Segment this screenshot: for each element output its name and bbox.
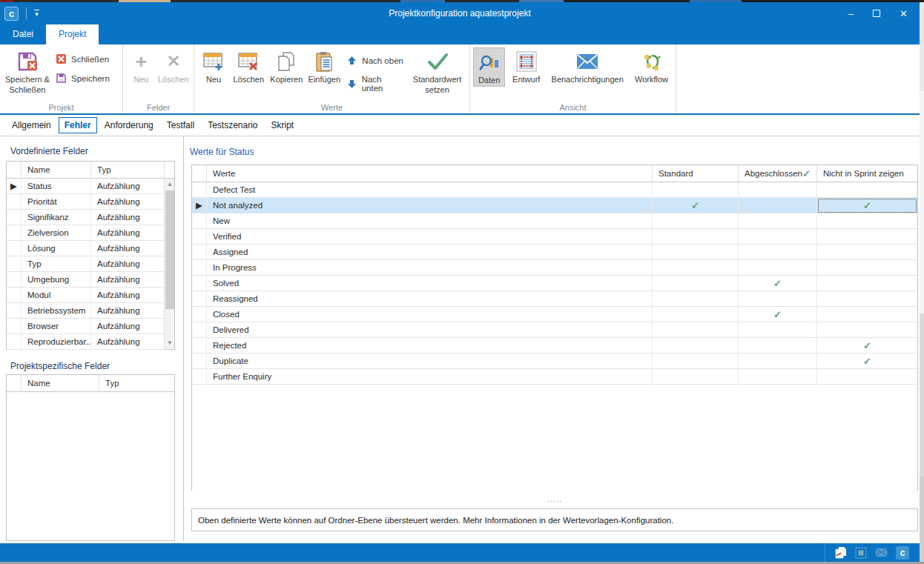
copy-report-icon[interactable]	[834, 546, 847, 559]
value-row[interactable]: Defect Test	[192, 182, 917, 198]
value-name-cell[interactable]: Closed	[207, 307, 653, 322]
field-name-cell[interactable]: Status	[22, 179, 91, 194]
row-indicator[interactable]	[7, 256, 22, 272]
value-name-cell[interactable]: New	[207, 213, 653, 229]
minimize-button[interactable]: –	[848, 9, 854, 19]
row-indicator[interactable]	[7, 210, 22, 225]
value-row[interactable]: ▶Not analyzed✓✓	[192, 198, 917, 213]
field-typ-cell[interactable]: Aufzählung	[91, 288, 165, 303]
mail-icon[interactable]	[875, 548, 888, 557]
standard-cell[interactable]	[653, 369, 739, 385]
close-button[interactable]: ✕	[900, 9, 908, 19]
field-row[interactable]: PrioritätAufzählung	[7, 194, 165, 210]
scroll-down-icon[interactable]: ▼	[165, 337, 175, 348]
field-name-cell[interactable]: Betriebssystem	[22, 303, 91, 319]
value-row[interactable]: Solved✓	[192, 276, 917, 291]
value-delete-button[interactable]: Löschen	[230, 47, 267, 85]
abgeschlossen-cell[interactable]	[739, 322, 817, 338]
field-name-cell[interactable]: Lösung	[22, 241, 91, 256]
value-row[interactable]: Duplicate✓	[192, 354, 917, 369]
paste-button[interactable]: Einfügen	[306, 47, 343, 85]
value-name-cell[interactable]: Further Enquiry	[207, 369, 653, 385]
field-typ-cell[interactable]: Aufzählung	[91, 256, 165, 272]
scroll-up-icon[interactable]: ▲	[165, 179, 175, 190]
column-header-standard[interactable]: Standard	[653, 165, 739, 182]
close-project-button[interactable]: Schließen	[55, 53, 110, 65]
field-row[interactable]: ▶StatusAufzählung	[7, 179, 165, 194]
standard-cell[interactable]	[653, 322, 739, 338]
standard-cell[interactable]: ✓	[653, 198, 739, 213]
row-indicator[interactable]	[192, 338, 207, 354]
notifications-button[interactable]: Benachrichtigungen	[544, 47, 630, 85]
column-header-werte[interactable]: Werte	[207, 165, 653, 182]
field-new-button[interactable]: + Neu	[126, 47, 156, 85]
value-name-cell[interactable]: Defect Test	[207, 182, 653, 198]
save-and-close-button[interactable]: Speichern & Schließen	[3, 47, 52, 96]
value-new-button[interactable]: Neu	[197, 47, 230, 85]
column-header-name[interactable]: Name	[22, 375, 99, 391]
field-name-cell[interactable]: Modul	[22, 288, 91, 303]
abgeschlossen-cell[interactable]	[739, 291, 817, 307]
row-indicator[interactable]	[7, 303, 22, 319]
standard-cell[interactable]	[653, 354, 739, 369]
row-indicator[interactable]	[7, 288, 22, 303]
row-indicator[interactable]	[192, 213, 207, 229]
value-name-cell[interactable]: Reassigned	[207, 291, 653, 307]
field-typ-cell[interactable]: Aufzählung	[91, 179, 165, 194]
row-indicator[interactable]: ▶	[7, 179, 22, 194]
value-name-cell[interactable]: Assigned	[207, 245, 653, 260]
move-down-button[interactable]: Nach unten	[346, 75, 403, 93]
field-typ-cell[interactable]: Aufzählung	[91, 225, 165, 241]
value-name-cell[interactable]: In Progress	[207, 260, 653, 276]
field-name-cell[interactable]: Priorität	[22, 194, 91, 210]
standard-cell[interactable]	[653, 307, 739, 322]
scroll-thumb[interactable]	[165, 190, 174, 309]
field-row[interactable]: Reproduzierbar...Aufzählung	[7, 334, 165, 350]
nicht-in-sprint-cell[interactable]	[817, 322, 917, 338]
field-name-cell[interactable]: Signifikanz	[22, 210, 91, 225]
field-name-cell[interactable]: Zielversion	[22, 225, 91, 241]
row-indicator[interactable]	[192, 322, 207, 338]
quick-access-dropdown-icon[interactable]: ▾	[34, 10, 39, 18]
splitter-handle[interactable]: .....	[191, 494, 918, 503]
tab-testfall[interactable]: Testfall	[161, 117, 200, 133]
row-indicator[interactable]	[7, 225, 22, 241]
standard-cell[interactable]	[653, 276, 739, 291]
value-row[interactable]: Assigned	[192, 245, 917, 260]
save-project-button[interactable]: Speichern	[55, 72, 110, 84]
abgeschlossen-cell[interactable]	[739, 182, 817, 198]
nicht-in-sprint-cell[interactable]	[817, 229, 917, 245]
row-indicator[interactable]	[192, 260, 207, 276]
value-row[interactable]: Delivered	[192, 322, 917, 338]
field-delete-button[interactable]: ✕ Löschen	[156, 47, 191, 85]
ribbon-tab-datei[interactable]: Datei	[0, 24, 46, 44]
field-typ-cell[interactable]: Aufzählung	[91, 210, 165, 225]
nicht-in-sprint-cell[interactable]: ✓	[817, 354, 917, 369]
row-indicator[interactable]: ▶	[192, 198, 207, 213]
field-name-cell[interactable]: Typ	[22, 256, 91, 272]
nicht-in-sprint-cell[interactable]	[817, 213, 917, 229]
field-typ-cell[interactable]: Aufzählung	[91, 303, 165, 319]
abgeschlossen-cell[interactable]	[739, 198, 817, 213]
nicht-in-sprint-cell[interactable]: ✓	[817, 198, 917, 213]
ribbon-tab-projekt[interactable]: Projekt	[46, 24, 99, 44]
abgeschlossen-cell[interactable]: ✓	[739, 276, 817, 291]
set-default-button[interactable]: Standardwert setzen	[408, 47, 466, 96]
abgeschlossen-cell[interactable]	[739, 245, 817, 260]
aqua-logo[interactable]: c	[896, 546, 909, 560]
field-row[interactable]: BrowserAufzählung	[7, 319, 165, 334]
field-row[interactable]: SignifikanzAufzählung	[7, 210, 165, 225]
value-name-cell[interactable]: Delivered	[207, 322, 653, 338]
row-indicator[interactable]	[7, 334, 22, 350]
abgeschlossen-cell[interactable]	[739, 369, 817, 385]
field-name-cell[interactable]: Umgebung	[22, 272, 91, 288]
value-name-cell[interactable]: Rejected	[207, 338, 653, 354]
row-indicator[interactable]	[192, 182, 207, 198]
maximize-button[interactable]	[873, 10, 880, 17]
row-indicator[interactable]	[192, 307, 207, 322]
app-logo-icon[interactable]: c	[4, 7, 19, 21]
nicht-in-sprint-cell[interactable]	[817, 182, 917, 198]
abgeschlossen-cell[interactable]: ✓	[739, 307, 817, 322]
view-data-button[interactable]: Daten	[473, 47, 505, 87]
tab-fehler[interactable]: Fehler	[59, 117, 97, 133]
